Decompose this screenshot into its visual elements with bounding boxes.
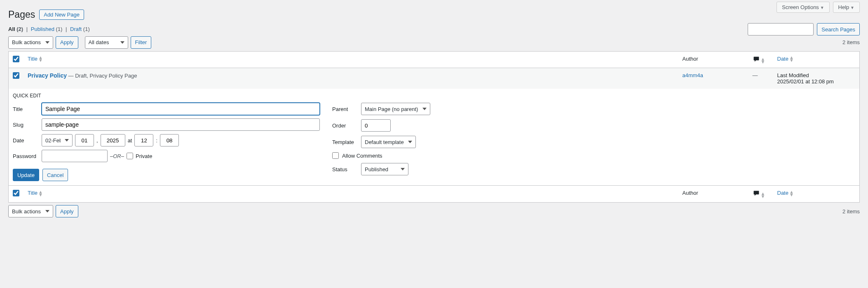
qe-parent-select[interactable]: Main Page (no parent)	[361, 103, 430, 115]
sort-icon: ▲▼	[761, 192, 765, 198]
qe-allow-comments-label: Allow Comments	[342, 153, 382, 159]
filter-draft[interactable]: Draft (1)	[70, 26, 90, 32]
filter-button[interactable]: Filter	[131, 36, 152, 49]
sort-icon: ▲▼	[38, 191, 43, 196]
sort-icon: ▲▼	[38, 56, 43, 62]
qe-hour-input[interactable]	[134, 134, 153, 146]
qe-status-label: Status	[332, 166, 361, 172]
items-count-top: 2 items	[842, 39, 860, 45]
qe-day-input[interactable]	[75, 134, 94, 146]
items-count-bottom: 2 items	[842, 208, 860, 215]
sort-icon: ▲▼	[761, 58, 765, 64]
table-row: Privacy Policy — Draft, Privacy Policy P…	[9, 68, 860, 89]
col-date-sort[interactable]: Date▲▼	[777, 56, 794, 62]
quick-edit-legend: QUICK EDIT	[13, 93, 855, 99]
qe-slug-input[interactable]	[42, 118, 320, 131]
qe-parent-label: Parent	[332, 106, 361, 112]
search-pages-button[interactable]: Search Pages	[817, 23, 860, 35]
qe-private-checkbox[interactable]	[127, 153, 133, 159]
qe-cancel-button[interactable]: Cancel	[42, 169, 68, 181]
author-link[interactable]: a4mm4a	[683, 72, 704, 78]
qe-date-label: Date	[13, 137, 42, 144]
qe-order-input[interactable]	[361, 119, 391, 132]
row-title-link[interactable]: Privacy Policy	[28, 72, 67, 79]
qe-template-select[interactable]: Default template	[361, 136, 416, 148]
comment-icon	[753, 56, 760, 62]
col-author: Author	[678, 51, 748, 68]
date-label: Last Modified	[777, 72, 809, 78]
row-checkbox[interactable]	[13, 72, 19, 79]
col-comments-sort[interactable]: ▲▼	[753, 57, 765, 64]
bulk-apply-top[interactable]: Apply	[56, 36, 78, 49]
sort-icon: ▲▼	[789, 191, 794, 196]
date-value: 2025/02/01 at 12:08 pm	[777, 78, 834, 85]
comments-count: —	[753, 72, 758, 78]
quick-edit-row: QUICK EDIT Title Slug Date	[9, 89, 860, 186]
qe-title-label: Title	[13, 106, 42, 112]
col-author-bottom: Author	[678, 186, 748, 203]
row-state: — Draft, Privacy Policy Page	[67, 73, 137, 79]
qe-password-input[interactable]	[42, 150, 108, 162]
help-button[interactable]: Help	[833, 2, 860, 13]
qe-template-label: Template	[332, 139, 361, 145]
qe-private-label: Private	[136, 153, 152, 159]
bulk-apply-bottom[interactable]: Apply	[56, 205, 78, 217]
comment-icon	[753, 190, 760, 196]
col-title-sort[interactable]: Title▲▼	[28, 56, 43, 62]
qe-slug-label: Slug	[13, 122, 42, 128]
qe-or: –OR–	[110, 153, 124, 159]
qe-password-label: Password	[13, 153, 42, 159]
filter-published[interactable]: Published (1)	[31, 26, 63, 32]
select-all-bottom[interactable]	[13, 190, 19, 196]
status-filters: All (2) | Published (1) | Draft (1)	[8, 26, 860, 32]
page-title: Pages	[8, 9, 35, 21]
sort-icon: ▲▼	[789, 56, 794, 62]
qe-allow-comments-checkbox[interactable]	[332, 152, 339, 159]
qe-order-label: Order	[332, 123, 361, 129]
col-title-sort-bottom[interactable]: Title▲▼	[28, 190, 43, 196]
qe-at: at	[128, 137, 132, 144]
col-comments-sort-bottom[interactable]: ▲▼	[753, 191, 765, 198]
search-input[interactable]	[748, 23, 814, 35]
bulk-actions-select-top[interactable]: Bulk actions	[8, 36, 53, 49]
add-new-page-button[interactable]: Add New Page	[39, 9, 84, 20]
select-all-top[interactable]	[13, 56, 19, 62]
date-filter-select[interactable]: All dates	[85, 36, 128, 49]
qe-title-input[interactable]	[42, 103, 320, 115]
qe-update-button[interactable]: Update	[13, 169, 39, 181]
qe-month-select[interactable]: 02-Feb	[42, 134, 73, 146]
col-date-sort-bottom[interactable]: Date▲▼	[777, 190, 794, 196]
bulk-actions-select-bottom[interactable]: Bulk actions	[8, 205, 53, 217]
filter-all[interactable]: All (2)	[8, 26, 23, 32]
qe-year-input[interactable]	[101, 134, 125, 146]
qe-minute-input[interactable]	[160, 134, 179, 146]
screen-options-button[interactable]: Screen Options	[777, 2, 829, 13]
qe-status-select[interactable]: Published	[361, 163, 408, 175]
